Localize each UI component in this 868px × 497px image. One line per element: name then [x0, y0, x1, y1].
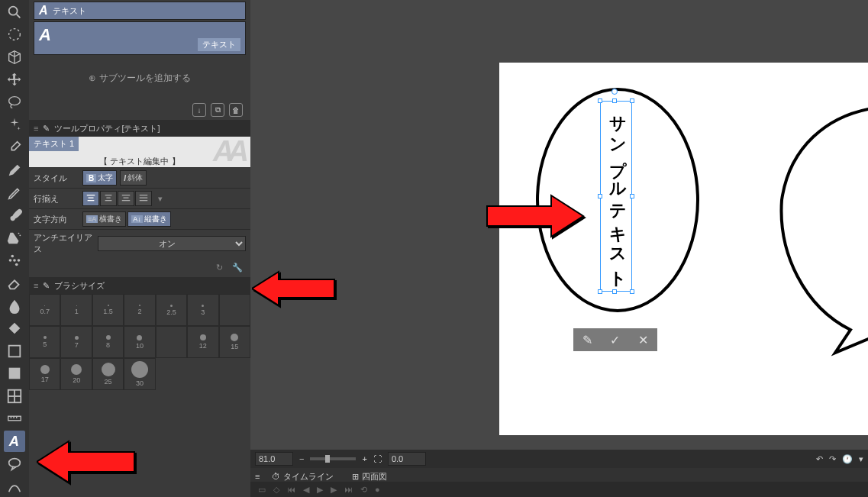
history-icon[interactable]: 🕐	[842, 454, 853, 464]
decoration-tool-icon[interactable]	[4, 250, 25, 272]
skip-start-icon[interactable]: ⏮	[287, 485, 295, 494]
zoom-slider[interactable]	[310, 457, 356, 460]
horizontal-button[interactable]: ≡A横書き	[82, 211, 126, 227]
tool-property-body: テキスト 1 AA 【 テキスト編集中 】 スタイル B太字 I斜体 行揃え ▾…	[29, 137, 250, 277]
fill-tool-icon[interactable]	[4, 318, 25, 339]
resize-handle-br[interactable]	[630, 289, 634, 294]
wrench-icon[interactable]: 🔧	[231, 260, 244, 274]
record-icon[interactable]: ●	[375, 485, 380, 494]
reset-icon[interactable]: ↻	[212, 260, 226, 274]
balloon-tool-icon[interactable]	[4, 453, 25, 475]
sample-text[interactable]: サンプルテキスト	[606, 104, 629, 281]
align-bottom-button[interactable]	[118, 191, 134, 206]
rotate-tool-icon[interactable]	[4, 24, 25, 46]
brush-size-cell[interactable]: 17	[29, 358, 60, 390]
brush-size-cell[interactable]: 10	[124, 326, 155, 358]
brush-size-cell[interactable]: 30	[124, 358, 155, 390]
brush-size-cell[interactable]: 20	[60, 358, 92, 390]
shape-tool-icon[interactable]	[4, 363, 25, 385]
cube-tool-icon[interactable]	[4, 47, 25, 68]
brush-size-cell[interactable]: 25	[92, 358, 124, 390]
align-justify-button[interactable]	[135, 191, 152, 206]
annotation-arrow-direction	[252, 266, 336, 311]
ruler-tool-icon[interactable]	[4, 408, 25, 430]
brush-size-cell[interactable]: 7	[60, 326, 92, 358]
subtool-header[interactable]: A テキスト	[34, 2, 246, 20]
bold-toggle[interactable]: B太字	[82, 170, 117, 186]
chevron-down-icon[interactable]: ▾	[859, 454, 863, 464]
edit-icon[interactable]: ✎	[582, 333, 592, 347]
brush-size-cell[interactable]	[156, 326, 187, 358]
resize-handle-tl[interactable]	[598, 98, 602, 103]
prev-frame-icon[interactable]: ◀	[303, 485, 309, 495]
aa-select[interactable]: オン	[98, 236, 246, 251]
brush-tool-icon[interactable]	[4, 205, 25, 226]
duplicate-icon[interactable]: ⧉	[211, 103, 224, 117]
align-top-button[interactable]	[82, 191, 99, 206]
resize-handle-b[interactable]	[612, 289, 617, 294]
rotation-input[interactable]	[388, 452, 426, 466]
brush-size-cell[interactable]: 3	[187, 294, 218, 326]
zoom-input[interactable]	[255, 452, 293, 466]
frame-tool-icon[interactable]	[4, 386, 25, 407]
keyframe-icon[interactable]: ◇	[273, 485, 279, 495]
text-tool-icon[interactable]: A	[4, 431, 25, 452]
gradient-tool-icon[interactable]	[4, 340, 25, 362]
correction-tool-icon[interactable]	[4, 476, 25, 497]
blend-tool-icon[interactable]	[4, 295, 25, 317]
skip-end-icon[interactable]: ⏭	[344, 485, 353, 494]
menu-icon[interactable]: ≡	[255, 472, 260, 481]
move-tool-icon[interactable]	[4, 69, 25, 91]
fit-icon[interactable]: ⛶	[373, 454, 382, 463]
text-glyph-icon: A	[39, 25, 51, 45]
resize-handle-bl[interactable]	[598, 289, 602, 294]
brush-size-cell[interactable]: 1	[60, 294, 92, 326]
subtool-item-text[interactable]: A テキスト	[34, 21, 246, 55]
lasso-tool-icon[interactable]	[4, 92, 25, 113]
rotate-handle[interactable]	[611, 89, 618, 95]
zoom-out-icon[interactable]: −	[299, 454, 304, 463]
brush-size-cell[interactable]	[219, 294, 250, 326]
play-icon[interactable]: ▶	[317, 485, 323, 495]
brush-size-cell[interactable]: 2.5	[156, 294, 187, 326]
vertical-button[interactable]: A↓縦書き	[127, 211, 171, 227]
new-clip-icon[interactable]: ▭	[258, 485, 266, 495]
redo-icon[interactable]: ↷	[829, 454, 836, 464]
confirm-icon[interactable]: ✓	[610, 333, 620, 347]
canvas[interactable]: サンプルテキスト ✎ ✓ ✕	[499, 63, 868, 435]
wand-tool-icon[interactable]	[4, 115, 25, 136]
next-frame-icon[interactable]: ▶	[331, 485, 337, 495]
eraser-tool-icon[interactable]	[4, 273, 25, 294]
export-icon[interactable]: ↓	[192, 103, 206, 117]
brush-size-cell[interactable]: 0.7	[29, 294, 60, 326]
text-bounding-box[interactable]: サンプルテキスト	[600, 101, 632, 292]
eyedropper-tool-icon[interactable]	[4, 137, 25, 159]
brush-size-cell[interactable]: 12	[187, 326, 218, 358]
add-subtool-button[interactable]: ⊕ サブツールを追加する	[29, 56, 250, 100]
subtool-item-label: テキスト	[198, 38, 240, 51]
brush-size-cell[interactable]: 5	[29, 326, 60, 358]
italic-toggle[interactable]: I斜体	[120, 170, 147, 186]
resize-handle-tr[interactable]	[630, 98, 634, 103]
brush-size-cell[interactable]: 15	[219, 326, 250, 358]
brush-size-cell[interactable]: 8	[92, 326, 124, 358]
resize-handle-t[interactable]	[612, 98, 617, 103]
cancel-icon[interactable]: ✕	[638, 333, 648, 347]
text-preview-tab[interactable]: テキスト 1	[29, 137, 79, 151]
pen-tool-icon[interactable]	[4, 160, 25, 181]
brush-size-cell[interactable]: 1.5	[92, 294, 124, 326]
airbrush-tool-icon[interactable]	[4, 228, 25, 249]
resize-handle-l[interactable]	[598, 194, 602, 198]
menu-icon[interactable]: ≡	[34, 281, 38, 290]
undo-icon[interactable]: ↶	[816, 454, 823, 464]
menu-icon[interactable]: ≡	[34, 124, 38, 133]
resize-handle-r[interactable]	[630, 194, 634, 198]
dropdown-icon[interactable]: ▾	[158, 194, 163, 204]
loop-icon[interactable]: ⟲	[360, 485, 367, 495]
trash-icon[interactable]: 🗑	[229, 103, 243, 117]
pencil-tool-icon[interactable]	[4, 182, 25, 204]
zoom-tool-icon[interactable]	[4, 2, 25, 23]
brush-size-cell[interactable]: 2	[124, 294, 155, 326]
align-center-button[interactable]	[100, 191, 117, 206]
zoom-in-icon[interactable]: +	[362, 454, 366, 463]
